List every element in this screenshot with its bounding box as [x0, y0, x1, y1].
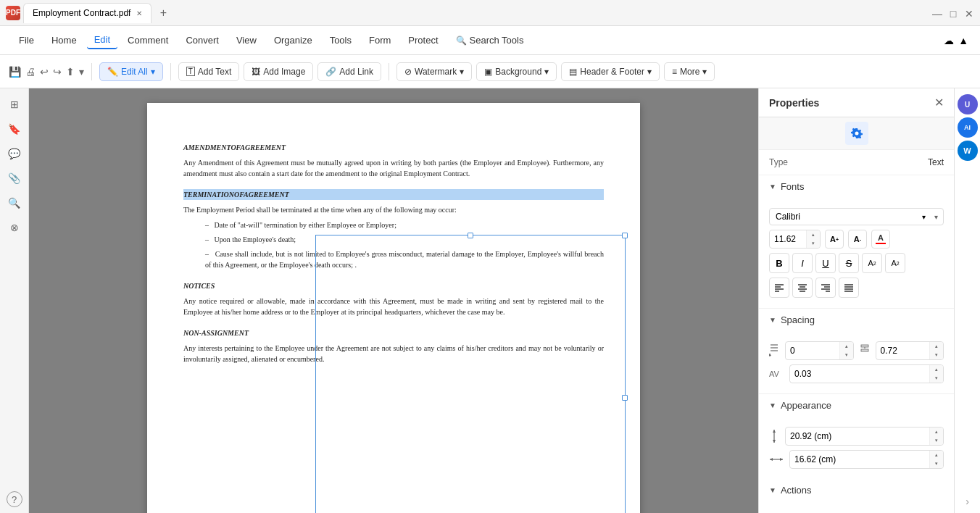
para-spacing-down[interactable]: ▾ [930, 351, 943, 359]
panel-icon-settings[interactable] [845, 122, 868, 145]
menu-protect[interactable]: Protect [401, 32, 445, 49]
tab-close-button[interactable]: ✕ [136, 9, 142, 17]
menu-edit[interactable]: Edit [87, 31, 117, 49]
ms-word-icon[interactable]: W [958, 141, 978, 161]
header-footer-button[interactable]: ▤ Header & Footer ▾ [561, 62, 660, 81]
left-sidebar: ⊞ 🔖 💬 📎 🔍 ⊗ ? [0, 88, 29, 513]
new-tab-button[interactable]: + [154, 4, 172, 22]
menu-form[interactable]: Form [362, 32, 398, 49]
height-up[interactable]: ▴ [930, 428, 943, 436]
fonts-section-header[interactable]: ▼ Fonts [759, 175, 954, 198]
handle-top-right[interactable] [622, 233, 628, 238]
font-size-up[interactable]: ▴ [807, 230, 820, 239]
add-link-button[interactable]: 🔗 Add Link [317, 62, 381, 81]
toolbar-redo-icon[interactable]: ↪ [53, 66, 62, 78]
char-spacing-down[interactable]: ▾ [930, 374, 943, 383]
line-spacing-down[interactable]: ▾ [840, 351, 853, 359]
font-decrease-button[interactable]: A- [848, 230, 867, 249]
help-icon[interactable]: ? [7, 491, 22, 507]
width-row: ▴ ▾ [769, 450, 944, 469]
sidebar-bookmark-icon[interactable]: 🔖 [4, 119, 25, 139]
sidebar-attachment-icon[interactable]: 📎 [4, 168, 25, 188]
list-item-2: – Upon the Employee's death; [205, 234, 604, 245]
watermark-button[interactable]: ⊘ Watermark ▾ [396, 62, 472, 81]
height-input[interactable] [786, 429, 929, 443]
menu-file[interactable]: File [12, 32, 41, 49]
type-key: Type [769, 157, 788, 167]
width-input-wrapper[interactable]: ▴ ▾ [789, 450, 944, 469]
toolbar-more-icon[interactable]: ▾ [79, 66, 84, 78]
sidebar-search-icon[interactable]: 🔍 [4, 193, 25, 213]
sidebar-comment-icon[interactable]: 💬 [4, 143, 25, 164]
char-spacing-input-wrapper[interactable]: ▴ ▾ [789, 364, 944, 383]
line-spacing-input-wrapper[interactable]: ▴ ▾ [785, 341, 854, 360]
menu-comment[interactable]: Comment [120, 32, 175, 49]
toolbar-save-icon[interactable]: 💾 [9, 66, 21, 78]
para-spacing-input[interactable] [876, 343, 930, 358]
menu-home[interactable]: Home [44, 32, 84, 49]
align-left-button[interactable] [769, 278, 789, 298]
font-size-down[interactable]: ▾ [807, 239, 820, 248]
bold-button[interactable]: B [769, 253, 789, 273]
char-spacing-up[interactable]: ▴ [930, 365, 943, 374]
line-spacing-up[interactable]: ▴ [840, 342, 853, 351]
para-spacing-up[interactable]: ▴ [930, 342, 943, 351]
handle-mid-right[interactable] [622, 395, 628, 401]
more-lines-icon: ≡ [672, 67, 677, 77]
appearance-section-header[interactable]: ▼ Appearance [759, 394, 954, 417]
menu-view[interactable]: View [229, 32, 264, 49]
underline-button[interactable]: U [815, 253, 836, 273]
toolbar-undo-icon[interactable]: ↩ [40, 66, 49, 78]
ai-assistant-icon[interactable]: AI [958, 117, 978, 138]
svg-rect-22 [861, 345, 868, 347]
superscript-button[interactable]: A2 [862, 253, 882, 273]
strikethrough-button[interactable]: S [839, 253, 859, 273]
close-button[interactable]: ✕ [964, 8, 974, 18]
font-size-input-wrapper[interactable]: ▴ ▾ [769, 230, 821, 249]
align-justify-button[interactable] [839, 278, 859, 298]
more-button[interactable]: ≡ More ▾ [664, 62, 715, 81]
toolbar-sep-3 [389, 63, 389, 80]
minimize-button[interactable]: — [932, 8, 942, 18]
subscript-button[interactable]: A2 [885, 253, 905, 273]
width-down[interactable]: ▾ [930, 459, 943, 468]
menu-organize[interactable]: Organize [267, 32, 320, 49]
active-tab[interactable]: Employment Contract.pdf ✕ [23, 3, 151, 23]
fonts-arrow-icon: ▼ [769, 183, 776, 191]
user-avatar-icon[interactable]: U [958, 94, 978, 114]
toolbar-share-icon[interactable]: ⬆ [66, 66, 75, 78]
width-up[interactable]: ▴ [930, 451, 943, 459]
add-image-button[interactable]: 🖼 Add Image [244, 62, 313, 81]
document-area[interactable]: AMENDMENTOFAGREEMENT Any Amendment of th… [29, 88, 758, 513]
font-increase-button[interactable]: A+ [825, 230, 844, 249]
actions-section-header[interactable]: ▼ Actions [759, 479, 954, 501]
align-center-button[interactable] [792, 278, 813, 298]
align-right-button[interactable] [815, 278, 836, 298]
edit-all-button[interactable]: ✏️ Edit All ▾ [99, 62, 163, 81]
font-family-select[interactable]: Calibri ▾ [769, 208, 944, 225]
spacing-section-header[interactable]: ▼ Spacing [759, 309, 954, 331]
right-edge-expand-icon[interactable]: › [966, 496, 969, 507]
font-size-row: ▴ ▾ A+ A- A [769, 230, 944, 249]
menu-search-tools[interactable]: 🔍 Search Tools [449, 32, 531, 49]
toolbar-print-icon[interactable]: 🖨 [25, 66, 36, 78]
width-input[interactable] [790, 452, 929, 467]
para-spacing-input-wrapper[interactable]: ▴ ▾ [876, 341, 944, 360]
sidebar-layers-icon[interactable]: ⊗ [4, 217, 25, 238]
font-color-button[interactable]: A [871, 230, 890, 249]
height-input-wrapper[interactable]: ▴ ▾ [785, 427, 944, 446]
expand-icon[interactable]: ▲ [958, 35, 968, 46]
italic-button[interactable]: I [792, 253, 813, 273]
menu-tools[interactable]: Tools [323, 32, 359, 49]
maximize-button[interactable]: □ [948, 8, 958, 18]
line-spacing-input[interactable] [786, 343, 839, 358]
sidebar-pages-icon[interactable]: ⊞ [4, 94, 25, 114]
height-down[interactable]: ▾ [930, 436, 943, 445]
char-spacing-input[interactable] [790, 367, 929, 381]
panel-close-button[interactable]: ✕ [934, 96, 944, 109]
upload-icon[interactable]: ☁ [944, 35, 954, 46]
font-size-input[interactable] [770, 232, 806, 246]
add-text-button[interactable]: T Add Text [178, 62, 240, 81]
menu-convert[interactable]: Convert [178, 32, 226, 49]
background-button[interactable]: ▣ Background ▾ [476, 62, 557, 81]
